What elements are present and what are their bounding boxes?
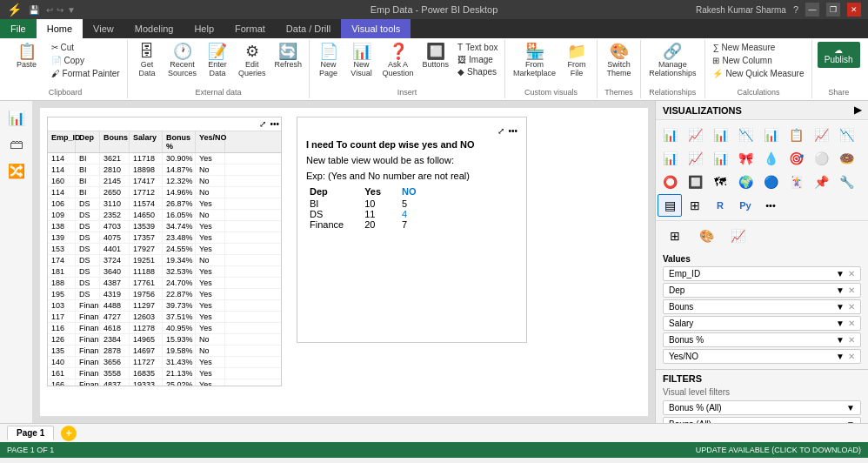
viz-more[interactable]: •••	[758, 194, 783, 217]
copy-button[interactable]: 📄 Copy	[48, 55, 124, 66]
dep-remove-icon[interactable]: ✕	[848, 285, 855, 295]
expand-icon[interactable]: ⤢	[259, 119, 266, 129]
refresh-button[interactable]: 🔄 Refresh	[271, 42, 306, 70]
minimize-button[interactable]: —	[805, 3, 819, 17]
viz-100pct-column[interactable]: 📋	[784, 124, 808, 146]
filter-bouns-icon[interactable]: ▼	[846, 419, 855, 423]
add-page-button[interactable]: +	[61, 426, 77, 441]
viz-pie[interactable]: 🍩	[834, 147, 858, 170]
yesno-dropdown-icon[interactable]: ▼	[836, 352, 845, 361]
get-data-button[interactable]: 🗄 Get Data	[131, 42, 163, 79]
new-page-button[interactable]: 📄 New Page	[313, 42, 344, 79]
viz-kpi[interactable]: 📌	[809, 171, 833, 193]
value-pill-dep[interactable]: Dep ▼ ✕	[663, 283, 861, 298]
viz-r-visual[interactable]: R	[708, 194, 732, 217]
value-pill-empid[interactable]: Emp_ID ▼ ✕	[663, 266, 861, 281]
data-view-icon[interactable]: 🗃	[4, 131, 29, 158]
bouns-remove-icon[interactable]: ✕	[848, 302, 855, 312]
shapes-button[interactable]: ◆ Shapes	[454, 66, 501, 77]
viz-clustered-column[interactable]: 📊	[758, 124, 783, 146]
page-1-tab[interactable]: Page 1	[7, 426, 54, 440]
bouns-dropdown-icon[interactable]: ▼	[836, 302, 845, 312]
buttons-button[interactable]: 🔲 Buttons	[419, 42, 453, 70]
tab-view[interactable]: View	[83, 19, 124, 38]
viz-100pct-bar[interactable]: 📊	[708, 124, 732, 146]
viz-stacked-area[interactable]: 📊	[658, 147, 682, 170]
viz-py-visual[interactable]: Py	[733, 194, 758, 217]
ask-question-button[interactable]: ❓ Ask A Question	[379, 42, 417, 79]
maximize-button[interactable]: ❐	[826, 3, 840, 17]
report-view-icon[interactable]: 📊	[3, 104, 30, 131]
text-box-button[interactable]: T Text box	[454, 42, 501, 53]
edit-queries-button[interactable]: ⚙ Edit Queries	[235, 42, 270, 79]
new-column-button[interactable]: ⊞ New Column	[709, 55, 807, 66]
tab-data-drill[interactable]: Data / Drill	[276, 19, 341, 38]
viz-filled-map[interactable]: 🌍	[733, 171, 758, 193]
viz-slicer[interactable]: 🔧	[834, 171, 858, 193]
visualizations-expand-icon[interactable]: ▶	[854, 104, 861, 116]
filter-bonuspct[interactable]: Bonus % (All) ▼	[663, 400, 861, 415]
help-icon[interactable]: ?	[793, 4, 798, 15]
table-visual[interactable]: ⤢ ••• Emp_ID Dep Bouns Salary Bonus % Ye…	[47, 117, 282, 386]
empid-remove-icon[interactable]: ✕	[848, 269, 855, 278]
new-visual-button[interactable]: 📊 New Visual	[346, 42, 377, 79]
more-options-icon[interactable]: •••	[270, 119, 279, 129]
salary-remove-icon[interactable]: ✕	[848, 319, 855, 328]
textbox-visual[interactable]: ⤢ ••• I need To count dep wise yes and N…	[297, 117, 527, 343]
salary-dropdown-icon[interactable]: ▼	[836, 319, 845, 328]
model-view-icon[interactable]: 🔀	[3, 158, 30, 185]
tab-file[interactable]: File	[0, 19, 37, 38]
viz-stacked-bar[interactable]: 📊	[658, 124, 682, 146]
viz-gauge[interactable]: 🔵	[758, 171, 783, 193]
value-pill-bouns[interactable]: Bouns ▼ ✕	[663, 299, 861, 314]
viz-funnel[interactable]: 🎯	[784, 147, 808, 170]
tab-format[interactable]: Format	[224, 19, 276, 38]
viz-table[interactable]: ▤	[658, 194, 682, 217]
viz-card[interactable]: 🃏	[784, 171, 808, 193]
viz-line-stacked[interactable]: 📊	[708, 147, 732, 170]
field-well-format[interactable]: 🎨	[694, 225, 718, 247]
format-painter-button[interactable]: 🖌 Format Painter	[48, 68, 124, 79]
publish-button[interactable]: ☁ Publish	[818, 42, 860, 68]
bonuspct-dropdown-icon[interactable]: ▼	[836, 335, 845, 345]
close-button[interactable]: ✕	[847, 3, 861, 17]
viz-waterfall[interactable]: 💧	[758, 147, 783, 170]
viz-area[interactable]: 📉	[834, 124, 858, 146]
viz-clustered-bar[interactable]: 📈	[683, 124, 707, 146]
viz-donut[interactable]: ⭕	[658, 171, 682, 193]
manage-relationships-button[interactable]: 🔗 Manage Relationships	[645, 42, 699, 79]
switch-theme-button[interactable]: 🎨 Switch Theme	[604, 42, 635, 79]
filter-bonuspct-icon[interactable]: ▼	[846, 403, 855, 413]
empid-dropdown-icon[interactable]: ▼	[836, 269, 845, 278]
textbox-more-icon[interactable]: •••	[508, 126, 517, 136]
viz-matrix[interactable]: ⊞	[683, 194, 707, 217]
viz-line-clustered[interactable]: 📈	[683, 147, 707, 170]
paste-button[interactable]: 📋 Paste	[8, 42, 46, 70]
tab-help[interactable]: Help	[184, 19, 224, 38]
new-quick-measure-button[interactable]: ⚡ New Quick Measure	[709, 68, 807, 79]
new-measure-button[interactable]: ∑ New Measure	[709, 42, 807, 53]
bonuspct-remove-icon[interactable]: ✕	[848, 335, 855, 345]
viz-map[interactable]: 🗺	[708, 171, 732, 193]
viz-ribbon[interactable]: 🎀	[733, 147, 758, 170]
viz-scatter[interactable]: ⚪	[809, 147, 833, 170]
filter-bouns[interactable]: Bouns (All) ▼	[663, 417, 861, 423]
textbox-expand-icon[interactable]: ⤢	[497, 126, 504, 136]
yesno-remove-icon[interactable]: ✕	[848, 352, 855, 361]
tab-modeling[interactable]: Modeling	[124, 19, 184, 38]
enter-data-button[interactable]: 📝 Enter Data	[202, 42, 233, 79]
viz-line[interactable]: 📈	[809, 124, 833, 146]
image-button[interactable]: 🖼 Image	[454, 54, 501, 65]
field-well-fields[interactable]: ⊞	[663, 225, 687, 247]
from-file-button[interactable]: 📁 From File	[561, 42, 592, 79]
cut-button[interactable]: ✂ Cut	[48, 42, 124, 53]
viz-treemap[interactable]: 🔲	[683, 171, 707, 193]
value-pill-bonuspct[interactable]: Bonus % ▼ ✕	[663, 332, 861, 347]
tab-home[interactable]: Home	[37, 19, 83, 38]
dep-dropdown-icon[interactable]: ▼	[836, 285, 845, 295]
from-marketplace-button[interactable]: 🏪 From Marketplace	[510, 42, 559, 79]
update-notice[interactable]: UPDATE AVAILABLE (CLICK TO DOWNLOAD)	[696, 446, 861, 454]
tab-visual-tools[interactable]: Visual tools	[341, 19, 411, 38]
viz-stacked-column[interactable]: 📉	[733, 124, 758, 146]
value-pill-salary[interactable]: Salary ▼ ✕	[663, 316, 861, 331]
